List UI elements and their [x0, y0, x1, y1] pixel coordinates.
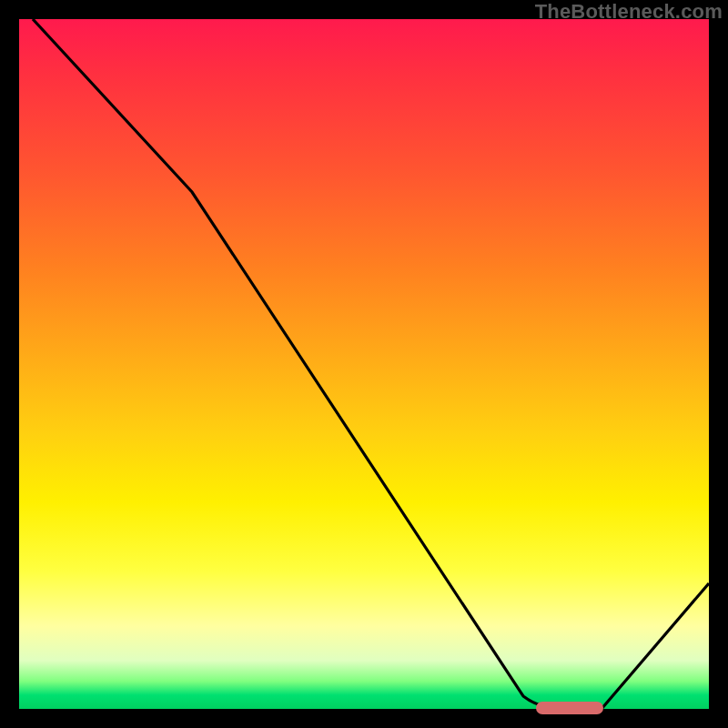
attribution-watermark: TheBottleneck.com [535, 0, 723, 24]
chart-frame: TheBottleneck.com [0, 0, 728, 728]
gradient-background [19, 19, 709, 709]
optimal-marker [536, 702, 603, 714]
